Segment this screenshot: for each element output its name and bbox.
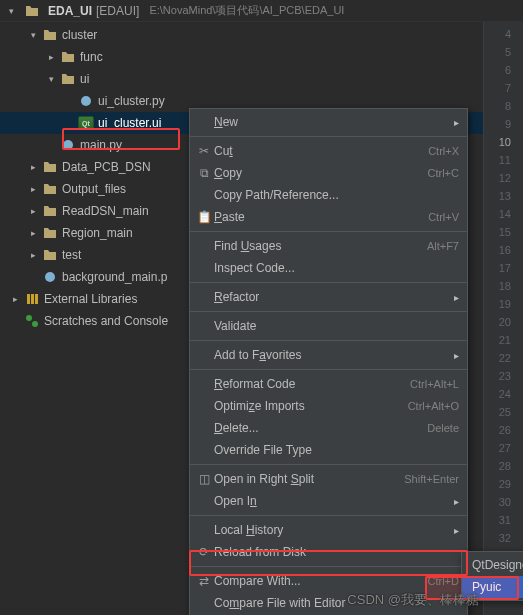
scissors-icon: ✂ [194, 144, 214, 158]
tree-label: background_main.p [62, 270, 167, 284]
svg-point-6 [26, 315, 32, 321]
line-number[interactable]: 30 [484, 493, 523, 511]
tree-folder-cluster[interactable]: ▾ cluster [0, 24, 523, 46]
line-number[interactable]: 9 [484, 115, 523, 133]
chevron-right-icon: ▸ [454, 496, 459, 507]
menu-separator [190, 136, 467, 137]
menu-validate[interactable]: Validate [190, 315, 467, 337]
menu-refactor[interactable]: Refactor▸ [190, 286, 467, 308]
editor-gutter: 4567891011121314151617181920212223242526… [483, 22, 523, 615]
line-number[interactable]: 21 [484, 331, 523, 349]
svg-point-2 [45, 272, 55, 282]
tree-label: Data_PCB_DSN [62, 160, 151, 174]
line-number[interactable]: 6 [484, 61, 523, 79]
line-number[interactable]: 20 [484, 313, 523, 331]
menu-optimize[interactable]: Optimize ImportsCtrl+Alt+O [190, 395, 467, 417]
tree-label: ui_cluster.py [98, 94, 165, 108]
line-number[interactable]: 5 [484, 43, 523, 61]
chevron-right-icon[interactable]: ▸ [28, 162, 38, 172]
menu-cut[interactable]: ✂CutCtrl+X [190, 140, 467, 162]
line-number[interactable]: 25 [484, 403, 523, 421]
menu-new[interactable]: New▸ [190, 111, 467, 133]
python-file-icon [60, 137, 76, 153]
line-number[interactable]: 8 [484, 97, 523, 115]
menu-favorites[interactable]: Add to Favorites▸ [190, 344, 467, 366]
copy-icon: ⧉ [194, 166, 214, 180]
line-number[interactable]: 12 [484, 169, 523, 187]
chevron-right-icon[interactable]: ▸ [46, 52, 56, 62]
tree-label: Output_files [62, 182, 126, 196]
chevron-down-icon[interactable]: ▾ [28, 30, 38, 40]
line-number[interactable]: 14 [484, 205, 523, 223]
menu-open-split[interactable]: ◫Open in Right SplitShift+Enter [190, 468, 467, 490]
line-number[interactable]: 16 [484, 241, 523, 259]
folder-icon [24, 3, 40, 19]
svg-point-0 [81, 96, 91, 106]
watermark-text: CSDN @我要、棒棒糖 [347, 591, 479, 609]
folder-icon [42, 27, 58, 43]
line-number[interactable]: 26 [484, 421, 523, 439]
context-menu: New▸ ✂CutCtrl+X ⧉CopyCtrl+C Copy Path/Re… [189, 108, 468, 615]
project-root-label[interactable]: EDA_UI [48, 4, 92, 18]
line-number[interactable]: 29 [484, 475, 523, 493]
tree-label: ReadDSN_main [62, 204, 149, 218]
menu-override[interactable]: Override File Type [190, 439, 467, 461]
menu-compare[interactable]: ⇄Compare With...Ctrl+D [190, 570, 467, 592]
svg-rect-5 [35, 294, 38, 304]
compare-icon: ⇄ [194, 574, 214, 588]
menu-copy[interactable]: ⧉CopyCtrl+C [190, 162, 467, 184]
menu-reload[interactable]: ⟳Reload from Disk [190, 541, 467, 563]
line-number[interactable]: 23 [484, 367, 523, 385]
line-number[interactable]: 13 [484, 187, 523, 205]
line-number[interactable]: 17 [484, 259, 523, 277]
spacer [10, 316, 20, 326]
line-number[interactable]: 32 [484, 529, 523, 547]
menu-open-in[interactable]: Open In▸ [190, 490, 467, 512]
folder-icon [42, 159, 58, 175]
chevron-down-icon[interactable]: ▾ [6, 6, 16, 16]
python-file-icon [42, 269, 58, 285]
menu-copy-path[interactable]: Copy Path/Reference... [190, 184, 467, 206]
chevron-right-icon[interactable]: ▸ [28, 250, 38, 260]
tree-folder-func[interactable]: ▸ func [0, 46, 523, 68]
line-number[interactable]: 10 [484, 133, 523, 151]
spacer [28, 272, 38, 282]
line-number[interactable]: 19 [484, 295, 523, 313]
tree-folder-ui[interactable]: ▾ ui [0, 68, 523, 90]
menu-find-usages[interactable]: Find UsagesAlt+F7 [190, 235, 467, 257]
line-number[interactable]: 27 [484, 439, 523, 457]
chevron-right-icon[interactable]: ▸ [10, 294, 20, 304]
menu-reformat[interactable]: Reformat CodeCtrl+Alt+L [190, 373, 467, 395]
menu-paste[interactable]: 📋PasteCtrl+V [190, 206, 467, 228]
menu-inspect[interactable]: Inspect Code... [190, 257, 467, 279]
submenu-qtdesigner[interactable]: QtDesigner [462, 554, 523, 576]
line-number[interactable]: 24 [484, 385, 523, 403]
menu-local-history[interactable]: Local History▸ [190, 519, 467, 541]
tree-label: func [80, 50, 103, 64]
line-number[interactable]: 15 [484, 223, 523, 241]
tree-label: Region_main [62, 226, 133, 240]
tree-label: test [62, 248, 81, 262]
chevron-right-icon: ▸ [454, 117, 459, 128]
line-number[interactable]: 28 [484, 457, 523, 475]
spacer [64, 118, 74, 128]
menu-separator [190, 311, 467, 312]
chevron-right-icon[interactable]: ▸ [28, 228, 38, 238]
tree-label: Scratches and Console [44, 314, 168, 328]
line-number[interactable]: 22 [484, 349, 523, 367]
chevron-right-icon: ▸ [454, 292, 459, 303]
menu-separator [190, 515, 467, 516]
chevron-right-icon[interactable]: ▸ [28, 206, 38, 216]
line-number[interactable]: 11 [484, 151, 523, 169]
svg-point-1 [63, 140, 73, 150]
chevron-right-icon: ▸ [454, 350, 459, 361]
svg-point-7 [32, 321, 38, 327]
chevron-down-icon[interactable]: ▾ [46, 74, 56, 84]
menu-delete[interactable]: Delete...Delete [190, 417, 467, 439]
line-number[interactable]: 7 [484, 79, 523, 97]
line-number[interactable]: 4 [484, 25, 523, 43]
scratches-icon [24, 313, 40, 329]
line-number[interactable]: 31 [484, 511, 523, 529]
chevron-right-icon[interactable]: ▸ [28, 184, 38, 194]
line-number[interactable]: 18 [484, 277, 523, 295]
